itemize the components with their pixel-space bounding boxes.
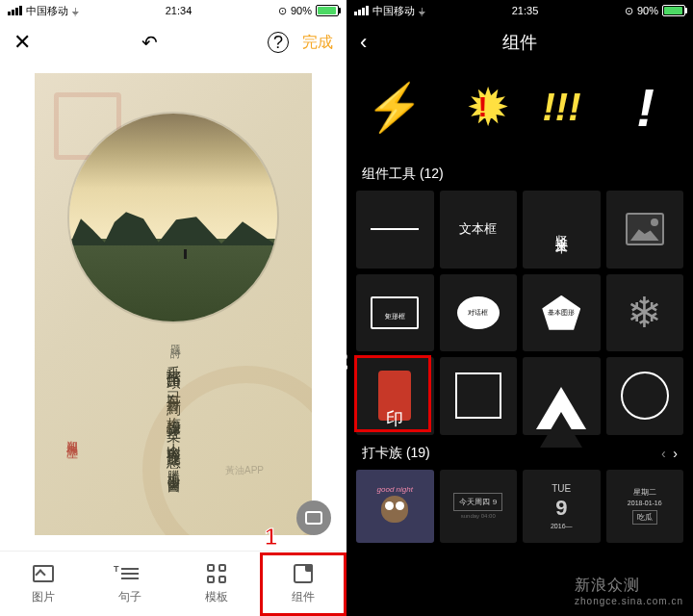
wifi-icon: ⏚ <box>72 5 79 16</box>
done-button[interactable]: 完成 <box>302 33 333 53</box>
tool-speech[interactable]: 对话框 <box>440 274 518 352</box>
clock-template-4[interactable]: 星期二 2018-01-16 吃瓜 <box>606 470 684 543</box>
component-icon <box>294 564 313 583</box>
help-button[interactable]: ? <box>268 32 289 53</box>
canvas[interactable]: 《臘梅山禽圖》 山禽矜逸態 梅粉弄輕柔 已有丹青約 千秋指白頭 題詩 朔風撫塵 … <box>0 64 346 551</box>
exclamation-row: ⚡ ✹! !!! ! <box>346 67 693 156</box>
next-button[interactable]: › <box>673 446 678 461</box>
poem-text[interactable]: 《臘梅山禽圖》 山禽矜逸態 梅粉弄輕柔 已有丹青約 千秋指白頭 題詩 <box>165 336 183 477</box>
status-bar: 中国移动 ⏚ 21:35 ⊙ 90% <box>346 0 693 21</box>
tool-stamp[interactable]: 印 2 <box>356 357 434 435</box>
clock-template-3[interactable]: TUE 9 2016— <box>523 470 601 543</box>
seal[interactable]: 朔風撫塵 <box>64 431 80 439</box>
carrier: 中国移动 <box>372 4 415 18</box>
back-button[interactable]: ‹ <box>360 30 367 55</box>
owl-icon <box>381 496 408 523</box>
status-bar: 中国移动 ⏚ 21:34 ⊙ 90% <box>0 0 346 21</box>
tab-sentence[interactable]: 句子 <box>87 552 173 616</box>
sticker-white-excl[interactable]: ! <box>607 67 683 146</box>
text-icon <box>121 568 139 579</box>
tool-triangle[interactable] <box>523 357 601 435</box>
clock: 21:34 <box>166 5 192 16</box>
components-list[interactable]: ⚡ ✹! !!! ! 组件工具 (12) 文本框 竖排文本 矩形框 对话框 基本… <box>346 64 693 616</box>
section-tools-header: 组件工具 (12) <box>346 156 693 191</box>
alarm-icon: ⊙ <box>625 5 633 17</box>
tool-image[interactable] <box>606 191 684 269</box>
clock-template-2[interactable]: 今天周四 9 sunday 04:00 <box>440 470 518 543</box>
tool-rect-frame[interactable]: 矩形框 <box>356 274 434 352</box>
annotation-marker-2: 2 <box>346 347 347 374</box>
tab-template[interactable]: 模板 <box>173 552 260 616</box>
close-button[interactable]: ✕ <box>13 30 31 55</box>
clock-template-1[interactable]: good night <box>356 470 434 543</box>
annotation-marker-1: 1 <box>265 524 277 551</box>
page-title: 组件 <box>502 31 537 54</box>
image-icon <box>33 565 54 582</box>
layers-button[interactable] <box>296 500 331 535</box>
signal-icon <box>8 6 22 15</box>
snowflake-icon: ❄ <box>627 288 662 337</box>
sticker-triple-excl[interactable]: !!! <box>524 67 600 146</box>
editor-screen: 中国移动 ⏚ 21:34 ⊙ 90% ✕ ↶ ? 完成 《臘梅山禽圖》 山禽矜逸… <box>0 0 346 616</box>
tab-component[interactable]: 组件 <box>260 552 346 616</box>
signal-icon <box>354 6 369 15</box>
tool-vertical-text[interactable]: 竖排文本 <box>523 191 601 269</box>
watermark: 新浪众测 zhongce.sina.com.cn <box>575 576 683 606</box>
tab-image[interactable]: 图片 <box>0 552 87 616</box>
wifi-icon: ⏚ <box>419 5 425 16</box>
alarm-icon: ⊙ <box>278 5 287 17</box>
tools-grid: 文本框 竖排文本 矩形框 对话框 基本图形 ❄ 印 2 <box>346 191 693 435</box>
battery-pct: 90% <box>291 5 312 16</box>
carrier: 中国移动 <box>26 4 68 18</box>
undo-button[interactable]: ↶ <box>141 31 158 54</box>
photo[interactable] <box>67 112 279 323</box>
battery-icon <box>662 5 685 16</box>
tool-square[interactable] <box>440 357 518 435</box>
tool-circle[interactable] <box>606 357 684 435</box>
components-nav: ‹ 组件 <box>346 21 693 64</box>
image-icon <box>626 213 664 245</box>
battery-icon <box>316 5 339 16</box>
components-screen: 中国移动 ⏚ 21:35 ⊙ 90% ‹ 组件 ⚡ ✹! !!! ! 组件工具 … <box>346 0 693 616</box>
battery-pct: 90% <box>637 5 658 16</box>
artwork[interactable]: 《臘梅山禽圖》 山禽矜逸態 梅粉弄輕柔 已有丹青約 千秋指白頭 題詩 朔風撫塵 … <box>35 73 312 535</box>
section-clock-header: 打卡族 (19) ‹ › <box>346 435 693 470</box>
tool-snowflake[interactable]: ❄ <box>606 274 684 352</box>
app-watermark: 黃油APP <box>225 464 264 477</box>
tool-pentagon[interactable]: 基本图形 <box>523 274 601 352</box>
sticker-lightning[interactable]: ⚡ <box>356 67 432 146</box>
clock: 21:35 <box>512 5 539 16</box>
tool-line[interactable] <box>356 191 434 269</box>
prev-button[interactable]: ‹ <box>661 446 666 461</box>
template-icon <box>207 564 226 583</box>
tool-textbox[interactable]: 文本框 <box>440 191 518 269</box>
bottom-tabs: 图片 句子 模板 组件 1 <box>0 551 346 616</box>
sticker-burst[interactable]: ✹! <box>440 67 516 146</box>
editor-nav: ✕ ↶ ? 完成 <box>0 21 346 64</box>
clock-grid: good night 今天周四 9 sunday 04:00 TUE 9 201… <box>346 470 693 543</box>
